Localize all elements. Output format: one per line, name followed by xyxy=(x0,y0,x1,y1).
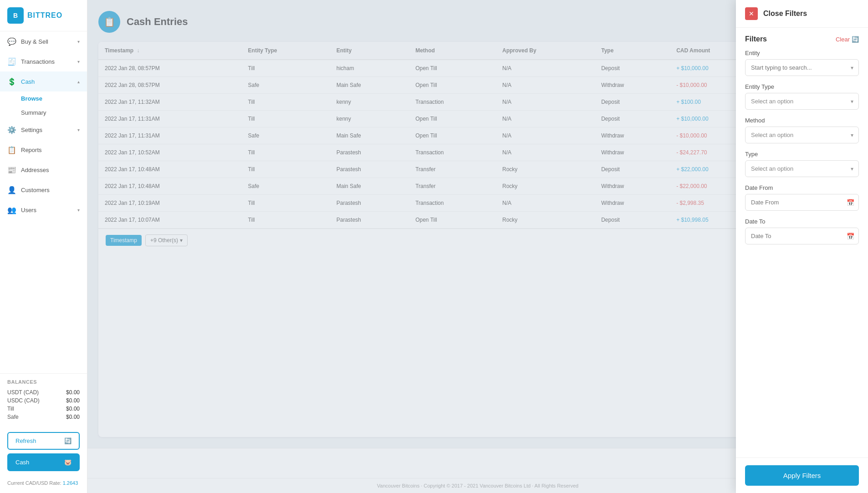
chevron-down-icon: ▾ xyxy=(77,59,80,64)
balance-label: USDC (CAD) xyxy=(7,397,40,404)
sidebar-item-buy-sell[interactable]: 💬 Buy & Sell ▾ xyxy=(0,31,87,51)
refresh-button[interactable]: Refresh 🔄 xyxy=(7,432,80,450)
close-icon: ✕ xyxy=(749,10,754,17)
sidebar-item-transactions[interactable]: 🧾 Transactions ▾ xyxy=(0,51,87,71)
sidebar-item-label: Transactions xyxy=(21,58,55,65)
sidebar-item-browse[interactable]: Browse xyxy=(21,91,87,106)
date-to-label: Date To xyxy=(745,218,859,225)
logo: B BITTREO xyxy=(0,0,87,31)
cash-sub-nav: Browse Summary xyxy=(0,91,87,120)
balance-safe: Safe $0.00 xyxy=(7,413,80,421)
filter-entity-group: Entity xyxy=(745,50,859,76)
cash-piggy-icon: 🐷 xyxy=(64,459,71,466)
reports-icon: 📋 xyxy=(7,145,16,154)
cash-icon: 💲 xyxy=(7,77,16,86)
balance-amount: $0.00 xyxy=(66,389,80,396)
sidebar-item-cash[interactable]: 💲 Cash ▴ xyxy=(0,71,87,91)
entity-type-filter-label: Entity Type xyxy=(745,83,859,90)
chevron-down-icon: ▾ xyxy=(77,39,80,44)
nav-section: 💬 Buy & Sell ▾ 🧾 Transactions ▾ 💲 Cash ▴… xyxy=(0,31,87,373)
method-filter-label: Method xyxy=(745,117,859,124)
sidebar-item-label: Cash xyxy=(21,78,35,85)
balance-usdc: USDC (CAD) $0.00 xyxy=(7,396,80,405)
entity-search-wrapper xyxy=(745,59,859,76)
balance-label: Safe xyxy=(7,414,19,420)
type-select-wrapper: Select an option xyxy=(745,160,859,177)
chevron-down-icon: ▾ xyxy=(77,127,80,132)
entity-type-select-wrapper: Select an option xyxy=(745,93,859,110)
logo-text: BITTREO xyxy=(27,11,62,20)
filter-panel-title: Close Filters xyxy=(763,10,807,18)
balance-label: USDT (CAD) xyxy=(7,389,39,396)
buy-sell-icon: 💬 xyxy=(7,37,16,46)
filter-section-header: Filters Clear 🔄 xyxy=(745,35,859,43)
cash-button[interactable]: Cash 🐷 xyxy=(7,453,80,471)
sidebar-item-summary[interactable]: Summary xyxy=(21,106,87,120)
sidebar-item-addresses[interactable]: 📰 Addresses xyxy=(0,160,87,180)
date-from-input[interactable] xyxy=(745,194,859,211)
sidebar-item-reports[interactable]: 📋 Reports xyxy=(0,140,87,160)
balance-amount: $0.00 xyxy=(66,414,80,420)
balance-amount: $0.00 xyxy=(66,406,80,412)
balance-amount: $0.00 xyxy=(66,397,80,404)
sidebar-item-label: Users xyxy=(21,207,36,213)
sidebar: B BITTREO 💬 Buy & Sell ▾ 🧾 Transactions … xyxy=(0,0,87,493)
clear-filters-link[interactable]: Clear 🔄 xyxy=(836,36,859,43)
users-icon: 👥 xyxy=(7,205,16,214)
addresses-icon: 📰 xyxy=(7,165,16,174)
filter-body: Filters Clear 🔄 Entity Entity Type Selec… xyxy=(736,28,868,457)
date-from-wrapper xyxy=(745,194,859,211)
sidebar-item-label: Addresses xyxy=(21,167,49,173)
filter-entity-type-group: Entity Type Select an option xyxy=(745,83,859,110)
balance-till: Till $0.00 xyxy=(7,405,80,413)
rate-value[interactable]: 1.2643 xyxy=(63,480,78,486)
entity-filter-label: Entity xyxy=(745,50,859,56)
entity-search-input[interactable] xyxy=(745,59,859,76)
type-filter-label: Type xyxy=(745,151,859,158)
type-select[interactable]: Select an option xyxy=(745,160,859,177)
filter-type-group: Type Select an option xyxy=(745,151,859,177)
filter-date-from-group: Date From xyxy=(745,184,859,211)
sidebar-item-label: Buy & Sell xyxy=(21,38,48,45)
balances-section: BALANCES USDT (CAD) $0.00 USDC (CAD) $0.… xyxy=(0,373,87,427)
sidebar-item-label: Settings xyxy=(21,127,42,133)
sidebar-item-customers[interactable]: 👤 Customers xyxy=(0,180,87,200)
action-buttons: Refresh 🔄 Cash 🐷 xyxy=(0,427,87,477)
filter-header: ✕ Close Filters xyxy=(736,0,868,28)
filter-panel: ✕ Close Filters Filters Clear 🔄 Entity E… xyxy=(736,0,868,493)
balance-usdt: USDT (CAD) $0.00 xyxy=(7,388,80,396)
logo-icon: B xyxy=(7,7,24,24)
apply-filters-button[interactable]: Apply Filters xyxy=(745,465,859,486)
close-filters-button[interactable]: ✕ xyxy=(745,7,758,20)
filters-label: Filters xyxy=(745,35,767,43)
method-select[interactable]: Select an option xyxy=(745,127,859,143)
settings-icon: ⚙️ xyxy=(7,125,16,134)
date-from-label: Date From xyxy=(745,184,859,191)
filter-date-to-group: Date To xyxy=(745,218,859,244)
rate-section: Current CAD/USD Rate: 1.2643 xyxy=(0,477,87,493)
transactions-icon: 🧾 xyxy=(7,57,16,66)
sidebar-item-users[interactable]: 👥 Users ▾ xyxy=(0,200,87,220)
refresh-small-icon: 🔄 xyxy=(852,36,859,43)
balance-label: Till xyxy=(7,406,14,412)
refresh-icon: 🔄 xyxy=(64,437,71,444)
customers-icon: 👤 xyxy=(7,185,16,194)
balances-title: BALANCES xyxy=(7,379,80,385)
chevron-up-icon: ▴ xyxy=(77,79,80,84)
filter-method-group: Method Select an option xyxy=(745,117,859,143)
sidebar-item-label: Customers xyxy=(21,187,50,193)
date-to-wrapper xyxy=(745,228,859,244)
sidebar-item-label: Reports xyxy=(21,147,42,153)
chevron-down-icon: ▾ xyxy=(77,208,80,213)
filter-footer: Apply Filters xyxy=(736,457,868,493)
date-to-input[interactable] xyxy=(745,228,859,244)
sidebar-item-settings[interactable]: ⚙️ Settings ▾ xyxy=(0,120,87,140)
entity-type-select[interactable]: Select an option xyxy=(745,93,859,110)
method-select-wrapper: Select an option xyxy=(745,127,859,143)
